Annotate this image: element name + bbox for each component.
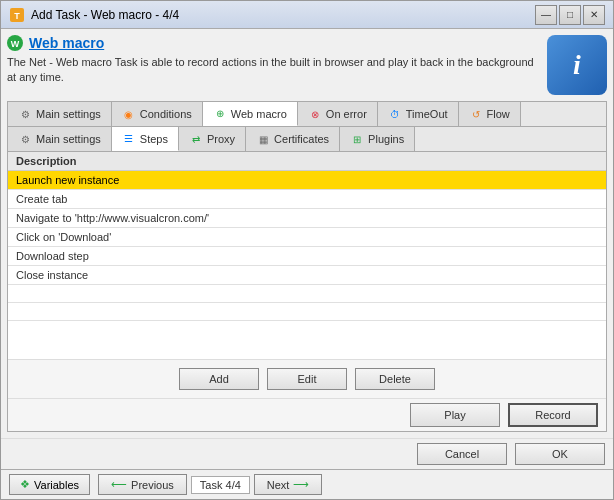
- ok-button[interactable]: OK: [515, 443, 605, 465]
- record-button[interactable]: Record: [508, 403, 598, 427]
- arrow-left-icon: ⟵: [111, 478, 127, 491]
- svg-text:T: T: [14, 11, 20, 21]
- previous-button[interactable]: ⟵ Previous: [98, 474, 187, 495]
- tab-proxy[interactable]: ⇄ Proxy: [179, 127, 246, 151]
- task-indicator: Task 4/4: [191, 476, 250, 494]
- tab-timeout[interactable]: ⏱ TimeOut: [378, 102, 459, 126]
- table-row[interactable]: Launch new instance: [8, 171, 606, 190]
- table-row[interactable]: Download step: [8, 247, 606, 266]
- error-icon: ⊗: [308, 107, 322, 121]
- tab-bar-primary: ⚙ Main settings ◉ Conditions ⊕ Web macro…: [7, 101, 607, 126]
- title-bar: T Add Task - Web macro - 4/4 — □ ✕: [1, 1, 613, 29]
- window-controls: — □ ✕: [535, 5, 605, 25]
- conditions-icon: ◉: [122, 107, 136, 121]
- header-description: The Net - Web macro Task is able to reco…: [7, 55, 537, 86]
- gear-icon-2: ⚙: [18, 132, 32, 146]
- flow-icon: ↺: [469, 107, 483, 121]
- web-macro-icon: W: [7, 35, 23, 51]
- table-row[interactable]: Click on 'Download': [8, 228, 606, 247]
- tab-plugins[interactable]: ⊞ Plugins: [340, 127, 415, 151]
- main-panel: Description Launch new instance Create t…: [7, 151, 607, 432]
- header-title: W Web macro: [7, 35, 537, 51]
- tab-on-error[interactable]: ⊗ On error: [298, 102, 378, 126]
- header-title-label[interactable]: Web macro: [29, 35, 104, 51]
- next-button[interactable]: Next ⟶: [254, 474, 323, 495]
- content-area: W Web macro The Net - Web macro Task is …: [1, 29, 613, 438]
- action-buttons: Add Edit Delete: [8, 359, 606, 398]
- cancel-ok-row: Cancel OK: [1, 438, 613, 469]
- variables-icon: ❖: [20, 478, 30, 491]
- add-button[interactable]: Add: [179, 368, 259, 390]
- play-record-row: Play Record: [8, 398, 606, 431]
- variables-button[interactable]: ❖ Variables: [9, 474, 90, 495]
- delete-button[interactable]: Delete: [355, 368, 435, 390]
- cancel-button[interactable]: Cancel: [417, 443, 507, 465]
- table-row[interactable]: Close instance: [8, 266, 606, 285]
- plugins-icon: ⊞: [350, 132, 364, 146]
- tab-main-settings-2[interactable]: ⚙ Main settings: [8, 127, 112, 151]
- table-header: Description: [8, 152, 606, 171]
- window-title: Add Task - Web macro - 4/4: [31, 8, 535, 22]
- info-icon-box: i: [547, 35, 607, 95]
- steps-icon: ☰: [122, 132, 136, 146]
- table-row[interactable]: Create tab: [8, 190, 606, 209]
- steps-table: Description Launch new instance Create t…: [8, 152, 606, 359]
- table-row-empty: [8, 285, 606, 303]
- main-window: T Add Task - Web macro - 4/4 — □ ✕ W: [0, 0, 614, 500]
- table-row-empty: [8, 303, 606, 321]
- minimize-button[interactable]: —: [535, 5, 557, 25]
- web-macro-tab-icon: ⊕: [213, 107, 227, 121]
- arrow-right-icon: ⟶: [293, 478, 309, 491]
- tab-steps[interactable]: ☰ Steps: [112, 127, 179, 151]
- proxy-icon: ⇄: [189, 132, 203, 146]
- maximize-button[interactable]: □: [559, 5, 581, 25]
- info-icon: i: [573, 49, 581, 81]
- tab-bar-secondary: ⚙ Main settings ☰ Steps ⇄ Proxy ▦ Certif…: [7, 126, 607, 151]
- window-icon: T: [9, 7, 25, 23]
- timeout-icon: ⏱: [388, 107, 402, 121]
- nav-section: ⟵ Previous Task 4/4 Next ⟶: [98, 474, 605, 495]
- play-button[interactable]: Play: [410, 403, 500, 427]
- tab-main-settings[interactable]: ⚙ Main settings: [8, 102, 112, 126]
- tab-flow[interactable]: ↺ Flow: [459, 102, 521, 126]
- table-row[interactable]: Navigate to 'http://www.visualcron.com/': [8, 209, 606, 228]
- bottom-navigation: ❖ Variables ⟵ Previous Task 4/4 Next ⟶: [1, 469, 613, 499]
- tab-certificates[interactable]: ▦ Certificates: [246, 127, 340, 151]
- svg-text:W: W: [11, 39, 20, 49]
- close-button[interactable]: ✕: [583, 5, 605, 25]
- gear-icon: ⚙: [18, 107, 32, 121]
- header-section: W Web macro The Net - Web macro Task is …: [7, 35, 607, 95]
- cert-icon: ▦: [256, 132, 270, 146]
- header-text: W Web macro The Net - Web macro Task is …: [7, 35, 537, 86]
- tab-conditions[interactable]: ◉ Conditions: [112, 102, 203, 126]
- tab-web-macro[interactable]: ⊕ Web macro: [203, 102, 298, 126]
- edit-button[interactable]: Edit: [267, 368, 347, 390]
